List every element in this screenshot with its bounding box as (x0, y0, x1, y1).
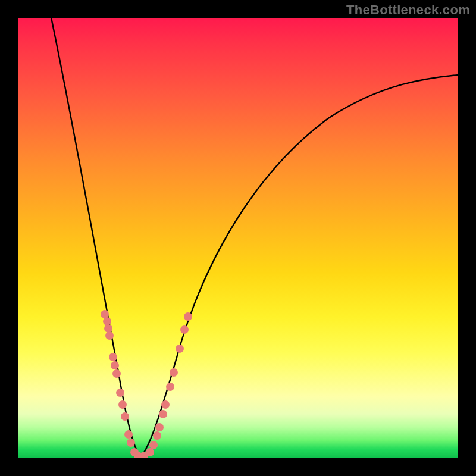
highlight-point (166, 383, 174, 391)
curve-svg (18, 18, 458, 458)
curve-right-branch (140, 74, 458, 457)
highlight-point (127, 439, 135, 447)
highlight-points-group (101, 310, 192, 458)
highlight-point (155, 423, 164, 431)
plot-area (18, 18, 458, 458)
highlight-point (105, 331, 114, 340)
highlight-point (103, 317, 111, 325)
highlight-point (146, 448, 154, 456)
highlight-point (159, 410, 167, 418)
watermark-text: TheBottleneck.com (346, 2, 470, 18)
highlight-point (149, 441, 158, 449)
highlight-point (121, 412, 129, 421)
highlight-point (161, 400, 170, 409)
highlight-point (170, 368, 178, 377)
highlight-point (112, 369, 121, 378)
highlight-point (180, 325, 189, 334)
chart-frame: TheBottleneck.com (0, 0, 476, 476)
curve-left-branch (50, 18, 140, 457)
highlight-point (176, 345, 184, 353)
highlight-point (184, 312, 192, 321)
highlight-point (153, 431, 161, 440)
highlight-point (116, 389, 124, 397)
highlight-point (109, 353, 117, 361)
highlight-point (101, 310, 109, 318)
highlight-point (124, 430, 133, 439)
highlight-point (104, 324, 112, 333)
highlight-point (111, 361, 119, 369)
highlight-point (118, 400, 127, 409)
